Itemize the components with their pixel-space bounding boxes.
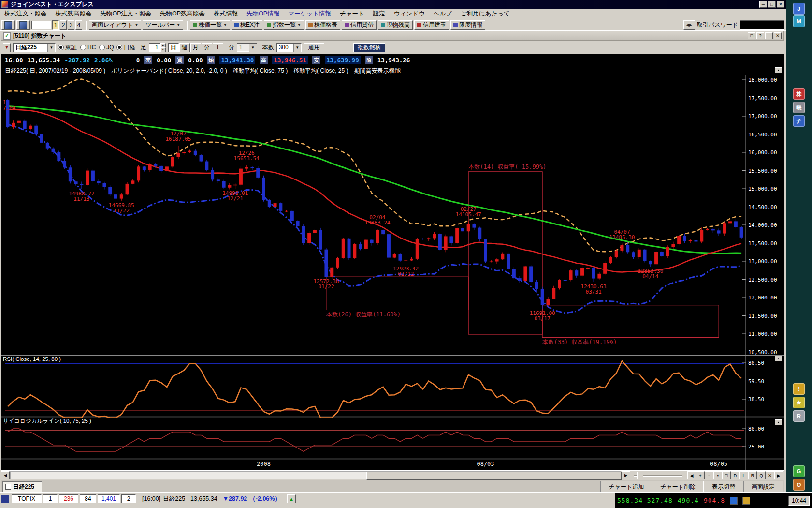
desktop-icon[interactable]: G bbox=[793, 465, 805, 477]
toolbar-button[interactable]: 株価格表 bbox=[305, 20, 340, 30]
chart-tool-button[interactable]: D bbox=[731, 471, 740, 479]
toolbar-button[interactable]: 現物残高 bbox=[378, 20, 413, 30]
toolbar-dropdown[interactable]: ツールバー▼ bbox=[143, 20, 183, 30]
chart-tool-button[interactable]: R bbox=[748, 471, 757, 479]
chart-tool-button[interactable]: ▶ bbox=[774, 471, 783, 479]
tab-nikkei225[interactable]: 日経225 bbox=[2, 481, 42, 492]
toolbar-button[interactable]: 限度情報 bbox=[450, 20, 485, 30]
bars-combo[interactable]: 300 ▼ bbox=[276, 43, 302, 52]
toolbar-button[interactable]: 株EX注 bbox=[232, 20, 262, 30]
minimize-button[interactable]: ─ bbox=[759, 1, 767, 8]
chart-action-button[interactable]: チャート削除 bbox=[652, 481, 704, 492]
menu-item[interactable]: 先物OP情報 bbox=[242, 8, 284, 19]
menu-item[interactable]: ご利用にあたって bbox=[456, 8, 514, 19]
chart-tool-button[interactable]: ✕ bbox=[766, 471, 774, 479]
index-radio[interactable]: 日経 bbox=[116, 44, 135, 52]
menu-item[interactable]: ウィンドウ bbox=[390, 8, 429, 19]
apply-button[interactable]: 適用 bbox=[304, 43, 324, 52]
price-chart[interactable]: 18,000.0017,500.0017,000.0016,500.0016,0… bbox=[1, 66, 784, 470]
child-window-titlebar[interactable]: ✓ [5110] 指数チャート □?─✕ bbox=[1, 31, 784, 41]
chart-tool-button[interactable]: Q bbox=[757, 471, 766, 479]
chart-action-button[interactable]: チャート追加 bbox=[600, 481, 652, 492]
maximize-button[interactable]: □ bbox=[768, 1, 776, 8]
tab-checkbox[interactable] bbox=[5, 484, 11, 490]
chart-action-button[interactable]: 表示切替 bbox=[704, 481, 743, 492]
zoom-slider[interactable] bbox=[634, 475, 682, 477]
toolbar-button[interactable]: 株価一覧▼ bbox=[190, 20, 230, 30]
market-radio[interactable]: HC bbox=[80, 44, 96, 52]
desktop-icon[interactable]: チ bbox=[793, 115, 805, 127]
psych-panel-scroll-up-icon[interactable]: ▲ bbox=[775, 419, 782, 425]
spin-down-icon[interactable]: ▼ bbox=[160, 47, 166, 52]
symbol-history-dropdown-button[interactable]: ▼ bbox=[3, 43, 11, 52]
layout-button-1[interactable]: 1 bbox=[52, 20, 59, 30]
menu-item[interactable]: 株式残高照会 bbox=[51, 8, 96, 19]
menu-item[interactable]: 株式注文・照会 bbox=[0, 8, 51, 19]
status-field[interactable]: 84 bbox=[80, 494, 96, 503]
layout-button-4[interactable]: 4 bbox=[75, 20, 82, 30]
password-input[interactable] bbox=[740, 20, 784, 30]
scrollbar-thumb[interactable] bbox=[366, 472, 622, 480]
scroll-right-icon[interactable]: ▶ bbox=[622, 471, 630, 479]
scroll-left-icon[interactable]: ◀ bbox=[1, 471, 10, 479]
expand-up-icon[interactable]: ▲ bbox=[287, 494, 296, 503]
status-field[interactable]: TOPIX bbox=[12, 494, 42, 503]
status-field[interactable]: 1,401 bbox=[98, 494, 120, 503]
bar-count-spinner[interactable]: 1 ▲▼ bbox=[149, 43, 166, 52]
chart-action-button[interactable]: 画面設定 bbox=[743, 481, 783, 492]
desktop-icon[interactable]: 株 bbox=[793, 88, 805, 100]
period-button-分[interactable]: 分 bbox=[202, 43, 212, 52]
chart-tool-button[interactable]: ▪ bbox=[713, 471, 722, 479]
period-button-日[interactable]: 日 bbox=[168, 43, 179, 52]
desktop-icon[interactable]: ★ bbox=[793, 397, 805, 408]
child-close-button[interactable]: ✕ bbox=[774, 32, 782, 39]
window-icon-button-1[interactable] bbox=[1, 20, 15, 30]
layout-button-3[interactable]: 3 bbox=[68, 20, 74, 30]
child-help-button[interactable]: ? bbox=[756, 32, 764, 39]
zoom-slider-thumb[interactable] bbox=[637, 472, 643, 479]
desktop-icon[interactable]: R bbox=[793, 410, 805, 422]
desktop-icon[interactable]: J bbox=[793, 3, 805, 15]
toolbar-button[interactable]: 信用建玉 bbox=[414, 20, 449, 30]
tray-icon-1[interactable] bbox=[730, 497, 738, 505]
period-button-T[interactable]: T bbox=[213, 43, 223, 52]
child-minimize-button[interactable]: ─ bbox=[765, 32, 773, 39]
menu-item[interactable]: 設定 bbox=[369, 8, 390, 19]
menu-item[interactable]: 先物OP注文・照会 bbox=[96, 8, 156, 19]
scrollbar-track[interactable] bbox=[10, 471, 621, 479]
desktop-icon[interactable]: M bbox=[793, 15, 805, 27]
toolbar-button[interactable]: 指数一覧▼ bbox=[264, 20, 304, 30]
layout-button-2[interactable]: 2 bbox=[60, 20, 67, 30]
status-field[interactable]: 1 bbox=[43, 494, 58, 503]
password-toggle-button[interactable]: ◀▶ bbox=[683, 20, 695, 30]
close-button[interactable]: ✕ bbox=[777, 1, 784, 8]
desktop-icon[interactable]: O bbox=[793, 479, 805, 491]
chart-tool-button[interactable]: □ bbox=[722, 471, 731, 479]
menu-item[interactable]: ヘルプ bbox=[429, 8, 456, 19]
toolbar-button[interactable]: 信用貸借 bbox=[342, 20, 377, 30]
menu-item[interactable]: 先物OP残高照会 bbox=[156, 8, 209, 19]
spinner-arrows[interactable]: ▲▼ bbox=[160, 43, 166, 52]
tray-icon-2[interactable] bbox=[742, 497, 750, 505]
spin-up-icon[interactable]: ▲ bbox=[160, 43, 166, 48]
minute-combo[interactable]: 1 ▼ bbox=[237, 43, 257, 52]
market-radio[interactable]: JQ bbox=[99, 44, 114, 52]
multi-symbol-button[interactable]: 複数銘柄 bbox=[353, 43, 385, 52]
period-button-月[interactable]: 月 bbox=[190, 43, 201, 52]
market-radio[interactable]: 東証 bbox=[58, 44, 77, 52]
status-field[interactable]: 2 bbox=[121, 494, 136, 503]
status-icon[interactable] bbox=[1, 495, 9, 503]
chart-tool-button[interactable]: L bbox=[740, 471, 748, 479]
desktop-icon[interactable]: ! bbox=[793, 383, 805, 395]
desktop-icon[interactable]: 帳 bbox=[793, 102, 805, 113]
child-restore-button[interactable]: □ bbox=[748, 32, 755, 39]
rsi-panel-scroll-up-icon[interactable]: ▲ bbox=[775, 356, 782, 361]
menu-item[interactable]: 株式情報 bbox=[209, 8, 242, 19]
window-icon-button-2[interactable] bbox=[16, 20, 30, 30]
chart-tool-button[interactable]: − bbox=[705, 471, 713, 479]
menu-item[interactable]: マーケット情報 bbox=[284, 8, 335, 19]
chart-tool-button[interactable]: + bbox=[696, 471, 705, 479]
price-panel-scroll-up-icon[interactable]: ▲ bbox=[775, 67, 782, 73]
symbol-combo[interactable]: 日経225 ▼ bbox=[13, 43, 56, 52]
chart-tool-button[interactable]: ◀ bbox=[687, 471, 696, 479]
